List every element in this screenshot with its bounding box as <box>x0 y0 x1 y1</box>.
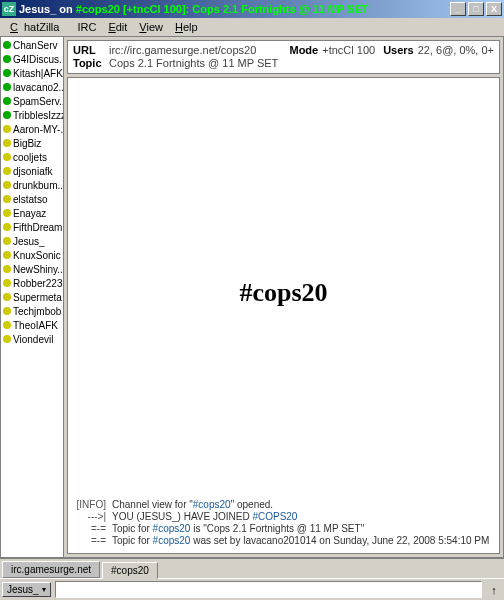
user-item[interactable]: KnuxSonic <box>1 248 63 262</box>
user-name: NewShiny... <box>13 264 63 275</box>
message-input[interactable] <box>55 581 482 598</box>
status-dot-icon <box>3 293 11 301</box>
menu-irc[interactable]: IRC <box>71 19 102 35</box>
user-name: djsoniafk <box>13 166 52 177</box>
user-item[interactable]: Robber2232 <box>1 276 63 290</box>
user-item[interactable]: Jesus_ <box>1 234 63 248</box>
user-name: TribblesIzzz <box>13 110 63 121</box>
status-dot-icon <box>3 181 11 189</box>
status-dot-icon <box>3 279 11 287</box>
user-name: Supermeta... <box>13 292 63 303</box>
user-item[interactable]: TribblesIzzz <box>1 108 63 122</box>
user-name: FifthDream <box>13 222 62 233</box>
user-item[interactable]: Viondevil <box>1 332 63 346</box>
user-item[interactable]: BigBiz <box>1 136 63 150</box>
message-prefix: =-= <box>72 535 112 546</box>
user-item[interactable]: NewShiny... <box>1 262 63 276</box>
user-item[interactable]: ChanServ <box>1 38 63 52</box>
status-dot-icon <box>3 125 11 133</box>
user-item[interactable]: G4IDiscus... <box>1 52 63 66</box>
tab-channel[interactable]: #cops20 <box>102 562 158 579</box>
menubar: ChatZilla IRC Edit View Help <box>0 18 504 37</box>
user-list[interactable]: ChanServG4IDiscus...Kitash|AFKlavacano2.… <box>1 37 64 557</box>
menu-chatzilla[interactable]: ChatZilla <box>4 19 71 35</box>
titlebar: cZ Jesus_ on #cops20 [+tncCl 100]: Cops … <box>0 0 504 18</box>
maximize-button[interactable]: □ <box>468 2 484 16</box>
user-item[interactable]: Aaron-MY-... <box>1 122 63 136</box>
tab-bar: irc.gamesurge.net #cops20 <box>0 558 504 578</box>
user-item[interactable]: djsoniafk <box>1 164 63 178</box>
message-text: Topic for #cops20 was set by lavacano201… <box>112 535 495 546</box>
status-dot-icon <box>3 97 11 105</box>
status-dot-icon <box>3 321 11 329</box>
user-item[interactable]: Techjmbob <box>1 304 63 318</box>
user-item[interactable]: SpamServ... <box>1 94 63 108</box>
send-button[interactable]: ↑ <box>486 584 502 596</box>
user-item[interactable]: FifthDream <box>1 220 63 234</box>
input-bar: Jesus_▾ ↑ <box>0 578 504 600</box>
minimize-button[interactable]: _ <box>450 2 466 16</box>
user-item[interactable]: Supermeta... <box>1 290 63 304</box>
status-dot-icon <box>3 153 11 161</box>
user-name: elstatso <box>13 194 47 205</box>
user-item[interactable]: elstatso <box>1 192 63 206</box>
nick-selector[interactable]: Jesus_▾ <box>2 582 51 597</box>
url-label: URL <box>73 44 109 56</box>
status-dot-icon <box>3 195 11 203</box>
topic-value: Cops 2.1 Fortnights @ 11 MP SET <box>109 57 494 69</box>
status-dot-icon <box>3 223 11 231</box>
user-name: BigBiz <box>13 138 41 149</box>
status-dot-icon <box>3 237 11 245</box>
user-name: SpamServ... <box>13 96 63 107</box>
user-item[interactable]: TheoIAFK <box>1 318 63 332</box>
user-name: Robber2232 <box>13 278 63 289</box>
status-dot-icon <box>3 307 11 315</box>
user-name: Kitash|AFK <box>13 68 63 79</box>
status-dot-icon <box>3 41 11 49</box>
status-dot-icon <box>3 111 11 119</box>
status-dot-icon <box>3 139 11 147</box>
user-name: G4IDiscus... <box>13 54 63 65</box>
user-item[interactable]: drunkbum... <box>1 178 63 192</box>
status-dot-icon <box>3 167 11 175</box>
mode-value: +tncCl 100 <box>322 44 375 56</box>
message-row: =-=Topic for #cops20 was set by lavacano… <box>72 535 495 546</box>
user-name: ChanServ <box>13 40 57 51</box>
channel-link[interactable]: #cops20 <box>153 535 191 546</box>
channel-title: #cops20 <box>68 278 499 308</box>
status-dot-icon <box>3 335 11 343</box>
menu-help[interactable]: Help <box>169 19 204 35</box>
channel-link[interactable]: #cops20 <box>153 523 191 534</box>
app-icon: cZ <box>2 2 16 16</box>
menu-edit[interactable]: Edit <box>102 19 133 35</box>
close-button[interactable]: X <box>486 2 502 16</box>
user-name: Aaron-MY-... <box>13 124 63 135</box>
message-prefix: =-= <box>72 523 112 534</box>
users-value: 22, 6@, 0%, 0+ <box>418 44 494 56</box>
user-name: Jesus_ <box>13 236 45 247</box>
status-dot-icon <box>3 69 11 77</box>
url-value[interactable]: irc://irc.gamesurge.net/cops20 <box>109 44 281 56</box>
channel-link[interactable]: #COPS20 <box>252 511 297 522</box>
message-text: Topic for #cops20 is "Cops 2.1 Fortnight… <box>112 523 495 534</box>
user-name: drunkbum... <box>13 180 63 191</box>
user-name: KnuxSonic <box>13 250 61 261</box>
tab-network[interactable]: irc.gamesurge.net <box>2 561 100 578</box>
users-label: Users <box>383 44 414 56</box>
user-name: cooljets <box>13 152 47 163</box>
user-item[interactable]: Kitash|AFK <box>1 66 63 80</box>
channel-link[interactable]: #cops20 <box>193 499 231 510</box>
chevron-down-icon: ▾ <box>42 585 46 594</box>
message-text: Channel view for "#cops20" opened. <box>112 499 495 510</box>
user-name: Techjmbob <box>13 306 61 317</box>
user-item[interactable]: cooljets <box>1 150 63 164</box>
window-title: Jesus_ on #cops20 [+tncCl 100]: Cops 2.1… <box>19 3 450 15</box>
user-item[interactable]: Enayaz <box>1 206 63 220</box>
channel-header: URL irc://irc.gamesurge.net/cops20 Mode … <box>67 40 500 74</box>
user-item[interactable]: lavacano2... <box>1 80 63 94</box>
status-dot-icon <box>3 83 11 91</box>
chat-view[interactable]: #cops20 [INFO]Channel view for "#cops20"… <box>67 77 500 554</box>
status-dot-icon <box>3 251 11 259</box>
status-dot-icon <box>3 209 11 217</box>
menu-view[interactable]: View <box>133 19 169 35</box>
